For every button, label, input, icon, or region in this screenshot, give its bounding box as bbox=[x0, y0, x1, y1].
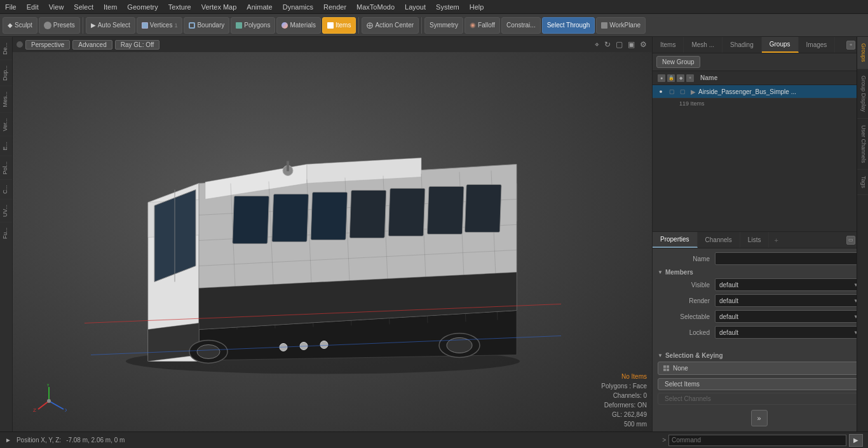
falloff-button[interactable]: Falloff bbox=[465, 17, 500, 34]
menu-texture[interactable]: Texture bbox=[163, 2, 196, 12]
menu-select[interactable]: Select bbox=[69, 2, 98, 12]
prop-expand-btn[interactable]: ▭ bbox=[846, 236, 855, 245]
left-tab-fu[interactable]: Fu... bbox=[0, 222, 12, 244]
viewport-icon-rotate[interactable]: ↻ bbox=[604, 40, 611, 49]
presets-button[interactable]: Presets bbox=[39, 17, 80, 34]
menu-geometry[interactable]: Geometry bbox=[122, 2, 163, 12]
menu-dynamics[interactable]: Dynamics bbox=[278, 2, 318, 12]
tab-shading[interactable]: Shading bbox=[722, 37, 762, 53]
menu-view[interactable]: View bbox=[44, 2, 69, 12]
name-input[interactable]: Airside_Passenger_Bus_Simple_Interi bbox=[719, 255, 858, 262]
command-prompt: > bbox=[662, 437, 666, 444]
prop-tab-properties[interactable]: Properties bbox=[653, 232, 698, 248]
auto-select-button[interactable]: ▶ Auto Select bbox=[86, 17, 135, 34]
members-triangle[interactable]: ▼ bbox=[658, 269, 663, 275]
toolbar: ◆ Sculpt Presets ▶ Auto Select Vertices … bbox=[0, 14, 868, 37]
select-through-button[interactable]: Select Through bbox=[542, 17, 595, 34]
info-overlay: No Items Polygons : Face Channels: 0 Def… bbox=[596, 369, 652, 431]
action-center-button[interactable]: ⨁ Action Center bbox=[362, 17, 419, 34]
rpanel-expand-btn[interactable]: + bbox=[846, 41, 855, 50]
tab-mesh[interactable]: Mesh ... bbox=[684, 37, 722, 53]
menu-render[interactable]: Render bbox=[318, 2, 351, 12]
status-triangle[interactable]: ► bbox=[5, 437, 11, 444]
sel-keying-triangle[interactable]: ▼ bbox=[658, 353, 663, 358]
svg-text:Y: Y bbox=[46, 384, 50, 388]
symmetry-button[interactable]: Symmetry bbox=[424, 17, 463, 34]
left-tab-pol[interactable]: Pol... bbox=[0, 156, 12, 180]
left-tab-c[interactable]: C... bbox=[0, 179, 12, 199]
name-value-field[interactable]: Airside_Passenger_Bus_Simple_Interi bbox=[715, 252, 863, 265]
render-dropdown[interactable]: default ▼ bbox=[715, 294, 863, 307]
selectable-dropdown[interactable]: default ▼ bbox=[715, 310, 863, 323]
viewport-icon-frame[interactable]: ▢ bbox=[616, 40, 623, 49]
left-tab-uv[interactable]: UV... bbox=[0, 199, 12, 222]
menu-item[interactable]: Item bbox=[98, 2, 122, 12]
prop-tab-lists[interactable]: Lists bbox=[740, 232, 770, 248]
rvtab-group-display[interactable]: Group Display bbox=[857, 69, 868, 119]
polygons-button[interactable]: Polygons bbox=[231, 17, 275, 34]
command-input[interactable] bbox=[668, 435, 846, 446]
menu-help[interactable]: Help bbox=[465, 2, 489, 12]
viewport-icon-settings[interactable]: ⚙ bbox=[640, 40, 647, 49]
boundary-button[interactable]: Boundary bbox=[184, 17, 229, 34]
select-items-button[interactable]: Select Items bbox=[658, 378, 863, 390]
select-channels-button[interactable]: Select Channels bbox=[658, 393, 863, 405]
prop-tab-add[interactable]: + bbox=[769, 232, 783, 248]
raygl-button[interactable]: Ray GL: Off bbox=[115, 40, 160, 50]
left-tab-de[interactable]: De... bbox=[0, 37, 12, 60]
viewport-menu-icon[interactable] bbox=[17, 41, 23, 48]
right-vtabs: Groups Group Display User Channels Tags bbox=[857, 37, 868, 431]
left-tab-ver[interactable]: Ver... bbox=[0, 112, 12, 137]
viewport-icon-camera[interactable]: ▣ bbox=[628, 40, 635, 49]
perspective-button[interactable]: Perspective bbox=[25, 40, 70, 50]
menu-layout[interactable]: Layout bbox=[400, 2, 431, 12]
group-expand-icon[interactable]: ▶ bbox=[691, 88, 696, 95]
left-tab-e[interactable]: E... bbox=[0, 136, 12, 156]
visible-dropdown[interactable]: default ▼ bbox=[715, 278, 863, 291]
tab-items[interactable]: Items bbox=[653, 37, 684, 53]
group-eye-icon[interactable]: ● bbox=[656, 87, 665, 96]
tab-images[interactable]: Images bbox=[799, 37, 836, 53]
scene-canvas[interactable]: X Z Y No Items Polygons : Face Channels:… bbox=[13, 52, 652, 431]
rvtab-groups[interactable]: Groups bbox=[857, 37, 868, 69]
sculpt-button[interactable]: ◆ Sculpt bbox=[3, 17, 37, 34]
rvtab-tags[interactable]: Tags bbox=[857, 170, 868, 195]
items-button[interactable]: Items bbox=[322, 17, 356, 34]
left-tab-mes[interactable]: Mes... bbox=[0, 86, 12, 112]
locked-row: Locked default ▼ bbox=[658, 326, 863, 339]
falloff-icon bbox=[470, 22, 476, 29]
none-button[interactable]: None bbox=[658, 362, 863, 375]
advanced-button[interactable]: Advanced bbox=[72, 40, 112, 50]
falloff-label: Falloff bbox=[478, 22, 495, 29]
constraints-button[interactable]: Constrai... bbox=[501, 17, 541, 34]
vertices-button[interactable]: Vertices 1 bbox=[137, 17, 183, 34]
command-submit-button[interactable]: ▶ bbox=[849, 434, 863, 447]
rvtab-user-channels[interactable]: User Channels bbox=[857, 119, 868, 170]
visible-value: default bbox=[719, 282, 738, 288]
menu-file[interactable]: File bbox=[0, 2, 22, 12]
workplane-button[interactable]: WorkPlane bbox=[596, 17, 646, 34]
viewport[interactable]: Perspective Advanced Ray GL: Off ⌖ ↻ ▢ ▣… bbox=[13, 37, 652, 431]
tab-groups[interactable]: Groups bbox=[762, 37, 799, 53]
rpanel-spacer bbox=[835, 37, 844, 53]
prop-tab-channels[interactable]: Channels bbox=[698, 232, 740, 248]
menu-vertex-map[interactable]: Vertex Map bbox=[196, 2, 242, 12]
select-items-label: Select Items bbox=[665, 381, 700, 388]
menu-maxtomodo[interactable]: MaxToModo bbox=[351, 2, 400, 12]
new-group-button[interactable]: New Group bbox=[656, 56, 700, 68]
workplane-label: WorkPlane bbox=[609, 22, 641, 29]
groups-list[interactable]: ● ▢ ▢ ▶ Airside_Passenger_Bus_Simple ...… bbox=[653, 85, 868, 231]
expand-arrow-button[interactable]: » bbox=[751, 410, 768, 426]
left-tab-dup[interactable]: Dup... bbox=[0, 60, 12, 86]
svg-rect-24 bbox=[311, 192, 348, 240]
group-item-bus[interactable]: ● ▢ ▢ ▶ Airside_Passenger_Bus_Simple ... bbox=[653, 85, 868, 98]
menu-system[interactable]: System bbox=[431, 2, 465, 12]
locked-dropdown[interactable]: default ▼ bbox=[715, 326, 863, 339]
menu-edit[interactable]: Edit bbox=[22, 2, 44, 12]
grid-cell-2 bbox=[667, 365, 669, 368]
materials-button[interactable]: Materials bbox=[276, 17, 321, 34]
menu-animate[interactable]: Animate bbox=[241, 2, 277, 12]
render-header-icon: ◆ bbox=[677, 74, 684, 82]
presets-label: Presets bbox=[53, 22, 75, 29]
viewport-icon-move[interactable]: ⌖ bbox=[595, 40, 599, 49]
